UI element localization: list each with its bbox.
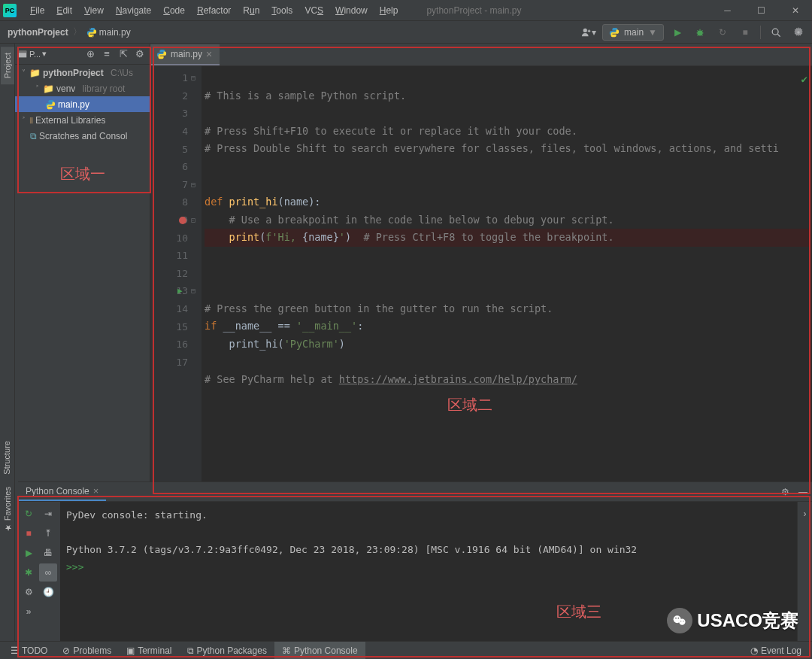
project-tree[interactable]: ˅ 📁 pythonProject C:\Us ˃ 📁 venv library… (15, 65, 150, 144)
run-config-selector[interactable]: main ▼ (602, 24, 664, 41)
console-more-button[interactable]: ⚙ (20, 583, 38, 601)
collapse-all-button[interactable]: ⇱ (116, 47, 131, 62)
code-line: def print_hi(name): (205, 196, 320, 208)
menu-navigate[interactable]: Navigate (110, 0, 157, 20)
left-tool-strip-bottom: Structure ★ Favorites (0, 435, 15, 539)
python-packages-tab[interactable]: ⧉Python Packages (180, 642, 274, 659)
tree-mainpy[interactable]: main.py (15, 96, 150, 112)
chevron-down-icon: ▼ (648, 27, 657, 38)
console-up-button[interactable]: ⤒ (39, 524, 57, 542)
run-button[interactable]: ▶ (668, 23, 686, 41)
menu-run[interactable]: Run (237, 0, 265, 20)
breakpoint-icon[interactable] (179, 217, 186, 224)
code-line: # Press Shift+F10 to execute it or repla… (205, 125, 577, 137)
console-extra-button[interactable]: » (20, 603, 38, 621)
print-button[interactable]: 🖶 (39, 544, 57, 562)
navigation-bar: pythonProject 〉 main.py ▾ main ▼ ▶ ↻ ■ (0, 21, 812, 44)
window-minimize[interactable]: ─ (710, 0, 744, 21)
console-output[interactable]: PyDev console: starting. Python 3.7.2 (t… (60, 502, 797, 641)
menu-view[interactable]: View (78, 0, 110, 20)
menu-vcs[interactable]: VCS (298, 0, 329, 20)
console-hide-button[interactable]: — (794, 483, 812, 501)
python-console-panel: Python Console × ⚙ — ↻ ⇥ ■ ⤒ ▶ 🖶 ✱ ∞ ⚙ 🕘… (18, 481, 812, 641)
debug-button[interactable] (691, 23, 709, 41)
code-line: # This is a sample Python script. (205, 90, 406, 102)
add-user-button[interactable]: ▾ (580, 23, 598, 41)
window-close[interactable]: ✕ (778, 0, 812, 21)
code-line: # Press Double Shift to search everywher… (205, 142, 779, 154)
run-gutter-icon[interactable]: ▶ (177, 286, 183, 296)
structure-tool-tab[interactable]: Structure (0, 435, 14, 481)
stop-console-button[interactable]: ■ (20, 524, 38, 542)
console-line: PyDev console: starting. (66, 509, 208, 521)
todo-tab[interactable]: ☰TODO (3, 642, 55, 659)
menu-help[interactable]: Help (374, 0, 404, 20)
panel-settings-button[interactable]: ⚙ (132, 47, 147, 62)
debug-console-button[interactable]: ✱ (20, 563, 38, 582)
search-icon (771, 27, 781, 38)
breadcrumb-project[interactable]: pythonProject (5, 27, 71, 38)
variables-collapse-button[interactable]: › (796, 505, 813, 523)
inspection-ok-icon[interactable]: ✔ (801, 71, 807, 89)
code-line: if __name__ == '__main__': (205, 320, 363, 332)
gear-icon (793, 27, 804, 38)
console-right-strip: › (797, 502, 812, 641)
expand-all-button[interactable]: ≡ (99, 47, 114, 62)
python-console-tab[interactable]: Python Console × (18, 482, 106, 501)
menu-tools[interactable]: Tools (265, 0, 298, 20)
left-tool-strip: Project (0, 44, 15, 641)
console-settings-button[interactable]: ⚙ (776, 483, 794, 501)
console-prompt: >>> (66, 561, 83, 572)
softwrap-button[interactable]: ∞ (39, 563, 57, 582)
tree-root[interactable]: ˅ 📁 pythonProject C:\Us (15, 65, 150, 80)
new-console-button[interactable]: ⇥ (39, 505, 57, 523)
menu-window[interactable]: Window (329, 0, 374, 20)
menu-file[interactable]: File (24, 0, 50, 20)
python-file-icon (45, 99, 56, 110)
bug-icon (695, 27, 705, 38)
code-line: print_hi('PyCharm') (205, 338, 345, 350)
problems-tab[interactable]: ⊘Problems (55, 642, 119, 659)
locate-button[interactable]: ⊕ (83, 47, 98, 62)
user-icon (581, 27, 592, 38)
editor-tabs: main.py × (150, 44, 812, 66)
code-line: # Press the green button in the gutter t… (205, 302, 553, 314)
stop-button[interactable]: ■ (736, 23, 754, 41)
menu-edit[interactable]: Edit (50, 0, 78, 20)
console-toolbar: ↻ ⇥ ■ ⤒ ▶ 🖶 ✱ ∞ ⚙ 🕘 » (18, 502, 60, 641)
breadcrumb-file[interactable]: main.py (83, 27, 134, 38)
tree-venv[interactable]: ˃ 📁 venv library root (15, 80, 150, 96)
app-icon: PC (3, 4, 17, 17)
tab-close-icon[interactable]: × (206, 48, 212, 60)
project-tool-tab[interactable]: Project (1, 47, 14, 84)
python-console-tab-bottom[interactable]: ⌘Python Console (274, 642, 365, 659)
window-maximize[interactable]: ☐ (744, 0, 778, 21)
menu-refactor[interactable]: Refactor (191, 0, 237, 20)
svg-point-0 (583, 28, 587, 32)
terminal-tab[interactable]: ▣Terminal (119, 642, 179, 659)
project-panel-header: P...▾ ⊕ ≡ ⇱ ⚙ (15, 44, 150, 65)
settings-button[interactable] (789, 23, 807, 41)
menu-bar: PC File Edit View Navigate Code Refactor… (0, 0, 812, 21)
favorites-tool-tab[interactable]: ★ Favorites (0, 481, 14, 539)
svg-rect-5 (19, 50, 27, 53)
rerun-button[interactable]: ↻ (20, 505, 38, 523)
tree-external-libs[interactable]: ˃ ⫴ External Libraries (15, 112, 150, 128)
menu-code[interactable]: Code (157, 0, 191, 20)
tab-close-icon[interactable]: × (93, 485, 99, 497)
status-bottom-bar: ☰TODO ⊘Problems ▣Terminal ⧉Python Packag… (0, 641, 812, 659)
editor-tab-mainpy[interactable]: main.py × (150, 44, 220, 65)
execute-button[interactable]: ▶ (20, 544, 38, 562)
tree-scratches[interactable]: ⧉ Scratches and Consol (15, 128, 150, 144)
code-line: # See PyCharm help at https://www.jetbra… (205, 373, 577, 385)
project-icon (17, 49, 28, 59)
breadcrumb-separator: 〉 (71, 26, 83, 38)
coverage-button[interactable]: ↻ (714, 23, 732, 41)
search-button[interactable] (767, 23, 785, 41)
python-file-icon (86, 27, 97, 38)
event-log-tab[interactable]: ◔Event Log (743, 642, 809, 659)
console-line: Python 3.7.2 (tags/v3.7.2:9a3ffc0492, De… (66, 544, 637, 555)
history-button[interactable]: 🕘 (39, 583, 57, 601)
window-title: pythonProject - main.py (426, 5, 521, 16)
console-header: Python Console × ⚙ — (18, 482, 812, 502)
